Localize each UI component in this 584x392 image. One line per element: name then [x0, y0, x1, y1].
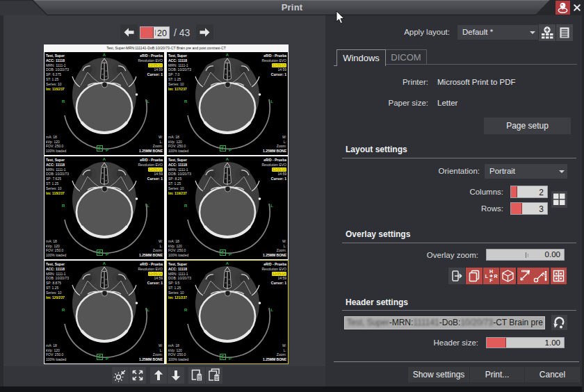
svg-text:L: L	[485, 274, 489, 279]
svg-text:H: H	[489, 269, 493, 274]
svg-text:F: F	[489, 278, 493, 283]
svg-text:R: R	[494, 274, 497, 279]
